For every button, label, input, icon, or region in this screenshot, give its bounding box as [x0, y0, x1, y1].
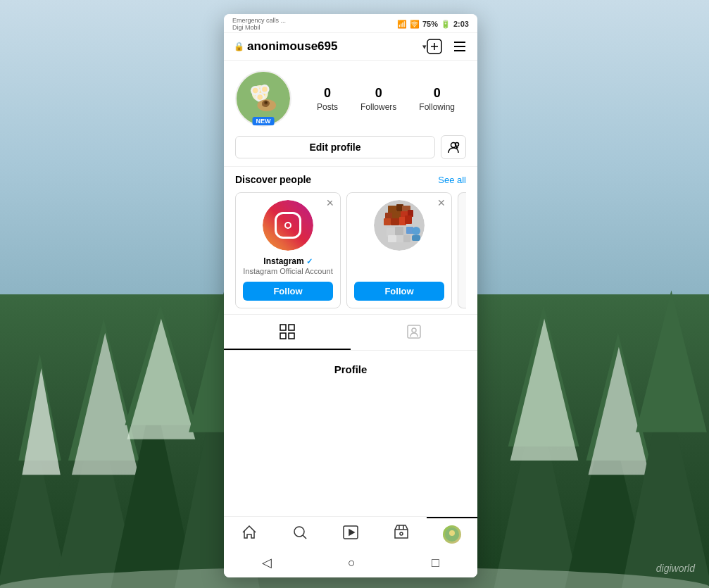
profile-section: NEW 0 Posts 0 Followers 0 Following: [224, 61, 477, 166]
follow-instagram-button[interactable]: Follow: [243, 282, 333, 301]
instagram-avatar: [263, 200, 313, 251]
svg-point-73: [400, 532, 403, 535]
discover-section: Discover people See all ✕ Instagram: [224, 166, 477, 314]
new-badge: NEW: [253, 117, 275, 125]
dismiss-card2-button[interactable]: ✕: [437, 197, 446, 208]
tab-profile[interactable]: [427, 517, 477, 549]
svg-marker-8: [127, 318, 196, 439]
svg-marker-72: [349, 530, 354, 535]
follow-card2-button[interactable]: Follow: [354, 282, 444, 301]
see-all-link[interactable]: See all: [438, 175, 466, 185]
instagram-card-desc: Instagram Official Account: [243, 266, 333, 276]
android-home-button[interactable]: ○: [348, 556, 356, 570]
nav-icons: [427, 39, 468, 54]
watermark: digiworld: [656, 563, 695, 574]
instagram-logo: [263, 200, 313, 251]
svg-point-68: [412, 328, 416, 332]
followers-stat[interactable]: 0 Followers: [360, 86, 396, 112]
svg-rect-57: [388, 235, 396, 242]
profile-row: NEW 0 Posts 0 Followers 0 Following: [235, 70, 466, 127]
suggestion-card-2: ✕: [346, 192, 452, 308]
battery-percent: 75%: [422, 20, 438, 28]
svg-marker-18: [636, 290, 707, 432]
instagram-logo-dot: [284, 222, 291, 229]
followers-count: 0: [375, 86, 382, 101]
svg-point-37: [265, 101, 267, 104]
tab-grid[interactable]: [224, 315, 351, 350]
wifi-icon: 🛜: [410, 20, 420, 29]
svg-point-69: [294, 527, 304, 537]
discover-header: Discover people See all: [235, 174, 466, 185]
following-label: Following: [419, 102, 455, 112]
instagram-logo-inner: [275, 212, 301, 239]
bottom-tabs: [224, 516, 477, 549]
lock-icon: 🔒: [234, 42, 244, 51]
svg-rect-59: [403, 235, 410, 242]
discover-title: Discover people: [235, 174, 311, 185]
svg-point-75: [449, 530, 455, 536]
svg-rect-64: [289, 325, 294, 330]
svg-marker-13: [510, 318, 579, 461]
status-bar: Emergency calls ... Digi Mobil 📶 🛜 75% 🔋…: [224, 14, 477, 33]
tab-shop[interactable]: [376, 517, 427, 549]
profile-page-label: Profile: [224, 351, 477, 516]
time: 2:03: [453, 20, 469, 28]
suggestions-row: ✕ Instagram ✓ Instagram Official Account…: [235, 192, 466, 308]
network-name: Digi Mobil: [232, 24, 286, 31]
battery-icon: 🔋: [441, 20, 451, 29]
username-label: anonimouse695: [247, 39, 421, 54]
top-nav: 🔒 anonimouse695 ▾: [224, 33, 477, 61]
signal-icon: 📶: [397, 20, 407, 29]
svg-rect-51: [391, 218, 399, 225]
tab-tagged[interactable]: [351, 315, 477, 350]
svg-rect-66: [289, 333, 294, 339]
svg-rect-50: [384, 218, 391, 225]
status-left: Emergency calls ... Digi Mobil: [232, 17, 286, 31]
verified-badge-icon: ✓: [306, 257, 313, 266]
svg-rect-63: [280, 325, 286, 330]
svg-line-70: [303, 535, 306, 539]
tab-search[interactable]: [275, 517, 325, 549]
android-nav: ◁ ○ □: [224, 549, 477, 577]
android-back-button[interactable]: ◁: [262, 555, 272, 570]
svg-rect-58: [396, 235, 403, 242]
add-post-button[interactable]: [427, 39, 442, 54]
content-tabs: [224, 314, 477, 351]
hamburger-menu-button[interactable]: [452, 39, 468, 54]
edit-row: Edit profile: [235, 135, 466, 159]
svg-point-33: [262, 87, 268, 92]
status-right: 📶 🛜 75% 🔋 2:03: [397, 20, 469, 29]
profile-tab-avatar: [443, 525, 461, 544]
posts-stat[interactable]: 0 Posts: [317, 86, 338, 112]
svg-point-32: [253, 88, 258, 94]
following-stat[interactable]: 0 Following: [419, 86, 455, 112]
pixel-avatar-svg: [374, 200, 425, 251]
card2-avatar: [374, 200, 425, 251]
stats-row: 0 Posts 0 Followers 0 Following: [306, 86, 466, 112]
svg-marker-16: [589, 346, 650, 474]
discover-people-button[interactable]: [441, 135, 466, 159]
svg-point-39: [456, 143, 459, 146]
svg-rect-65: [280, 333, 286, 339]
suggestion-card-instagram: ✕ Instagram ✓ Instagram Official Account…: [235, 192, 341, 308]
svg-marker-5: [72, 332, 139, 475]
tab-home[interactable]: [224, 517, 275, 549]
instagram-card-name: Instagram ✓: [263, 256, 312, 266]
android-recent-button[interactable]: □: [432, 556, 439, 570]
avatar-wrap: NEW: [235, 70, 291, 127]
svg-point-61: [412, 227, 420, 235]
tab-reels[interactable]: [325, 517, 376, 549]
suggestion-card-3: [458, 192, 466, 308]
svg-rect-67: [408, 325, 420, 338]
following-count: 0: [434, 86, 441, 101]
svg-rect-53: [405, 215, 412, 224]
followers-label: Followers: [360, 102, 396, 112]
svg-rect-55: [395, 227, 403, 235]
emergency-text: Emergency calls ...: [232, 17, 286, 24]
posts-count: 0: [324, 86, 331, 101]
posts-label: Posts: [317, 102, 338, 112]
edit-profile-button[interactable]: Edit profile: [235, 136, 435, 158]
svg-rect-62: [412, 235, 420, 241]
svg-point-34: [257, 94, 263, 100]
phone-frame: Emergency calls ... Digi Mobil 📶 🛜 75% 🔋…: [224, 14, 477, 577]
